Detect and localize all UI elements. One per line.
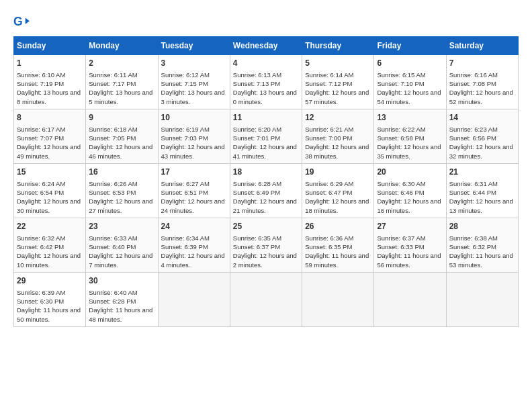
col-header-sunday: Sunday — [14, 37, 86, 55]
sunset-label: Sunset: 7:12 PM — [305, 80, 352, 87]
day-number: 23 — [89, 221, 154, 232]
daylight-label: Daylight: 12 hours and 24 minutes. — [161, 197, 225, 214]
calendar-table: SundayMondayTuesdayWednesdayThursdayFrid… — [13, 36, 519, 327]
calendar-cell: 5Sunrise: 6:14 AMSunset: 7:12 PMDaylight… — [302, 55, 374, 109]
calendar-cell: 4Sunrise: 6:13 AMSunset: 7:13 PMDaylight… — [230, 55, 302, 109]
calendar-cell: 28Sunrise: 6:38 AMSunset: 6:32 PMDayligh… — [446, 218, 518, 272]
header-row: SundayMondayTuesdayWednesdayThursdayFrid… — [14, 37, 519, 55]
sunset-label: Sunset: 6:40 PM — [89, 243, 136, 250]
sunset-label: Sunset: 6:42 PM — [17, 243, 64, 250]
page-header: G — [13, 13, 519, 30]
week-row-2: 8Sunrise: 6:17 AMSunset: 7:07 PMDaylight… — [14, 109, 519, 163]
sunset-label: Sunset: 7:19 PM — [17, 80, 64, 87]
sunset-label: Sunset: 6:58 PM — [377, 134, 424, 142]
daylight-label: Daylight: 12 hours and 35 minutes. — [377, 143, 441, 159]
week-row-3: 15Sunrise: 6:24 AMSunset: 6:54 PMDayligh… — [14, 163, 519, 218]
sunrise-label: Sunrise: 6:19 AM — [161, 126, 210, 133]
day-number: 30 — [89, 275, 154, 287]
sunrise-label: Sunrise: 6:36 AM — [305, 234, 353, 242]
daylight-label: Daylight: 11 hours and 48 minutes. — [89, 306, 152, 322]
col-header-wednesday: Wednesday — [230, 37, 302, 55]
calendar-cell: 20Sunrise: 6:30 AMSunset: 6:46 PMDayligh… — [374, 163, 446, 218]
day-number: 6 — [377, 58, 443, 69]
calendar-cell: 19Sunrise: 6:29 AMSunset: 6:47 PMDayligh… — [302, 163, 374, 218]
calendar-cell: 1Sunrise: 6:10 AMSunset: 7:19 PMDaylight… — [14, 55, 86, 109]
calendar-cell: 26Sunrise: 6:36 AMSunset: 6:35 PMDayligh… — [302, 218, 374, 272]
sunset-label: Sunset: 7:10 PM — [377, 80, 424, 87]
calendar-cell: 3Sunrise: 6:12 AMSunset: 7:15 PMDaylight… — [158, 55, 230, 109]
calendar-cell — [302, 272, 374, 326]
sunrise-label: Sunrise: 6:15 AM — [377, 71, 425, 79]
daylight-label: Daylight: 12 hours and 21 minutes. — [233, 197, 297, 214]
sunset-label: Sunset: 6:32 PM — [449, 243, 496, 250]
sunrise-label: Sunrise: 6:26 AM — [89, 180, 137, 187]
sunrise-label: Sunrise: 6:17 AM — [17, 126, 65, 133]
daylight-label: Daylight: 13 hours and 5 minutes. — [89, 89, 152, 105]
day-number: 21 — [449, 167, 515, 178]
sunrise-label: Sunrise: 6:20 AM — [233, 126, 281, 133]
daylight-label: Daylight: 12 hours and 32 minutes. — [449, 143, 513, 159]
sunset-label: Sunset: 7:13 PM — [233, 80, 280, 87]
sunrise-label: Sunrise: 6:39 AM — [17, 289, 65, 296]
day-number: 26 — [305, 221, 371, 232]
sunset-label: Sunset: 7:15 PM — [161, 80, 208, 87]
day-number: 22 — [17, 221, 83, 232]
calendar-cell: 30Sunrise: 6:40 AMSunset: 6:28 PMDayligh… — [86, 272, 158, 326]
calendar-cell: 13Sunrise: 6:22 AMSunset: 6:58 PMDayligh… — [374, 109, 446, 163]
calendar-cell: 6Sunrise: 6:15 AMSunset: 7:10 PMDaylight… — [374, 55, 446, 109]
calendar-cell: 15Sunrise: 6:24 AMSunset: 6:54 PMDayligh… — [14, 163, 86, 218]
svg-text:G: G — [13, 15, 23, 28]
calendar-cell: 24Sunrise: 6:34 AMSunset: 6:39 PMDayligh… — [158, 218, 230, 272]
daylight-label: Daylight: 12 hours and 16 minutes. — [377, 197, 441, 214]
sunset-label: Sunset: 6:51 PM — [161, 189, 208, 196]
calendar-cell: 12Sunrise: 6:21 AMSunset: 7:00 PMDayligh… — [302, 109, 374, 163]
daylight-label: Daylight: 11 hours and 50 minutes. — [17, 306, 81, 322]
daylight-label: Daylight: 12 hours and 54 minutes. — [377, 89, 441, 105]
calendar-cell: 10Sunrise: 6:19 AMSunset: 7:03 PMDayligh… — [158, 109, 230, 163]
sunrise-label: Sunrise: 6:28 AM — [233, 180, 281, 187]
daylight-label: Daylight: 12 hours and 13 minutes. — [449, 197, 513, 214]
sunrise-label: Sunrise: 6:35 AM — [233, 234, 281, 242]
calendar-cell: 18Sunrise: 6:28 AMSunset: 6:49 PMDayligh… — [230, 163, 302, 218]
daylight-label: Daylight: 12 hours and 27 minutes. — [89, 197, 152, 214]
sunrise-label: Sunrise: 6:40 AM — [89, 289, 137, 296]
day-number: 25 — [233, 221, 299, 232]
day-number: 8 — [17, 112, 83, 124]
sunrise-label: Sunrise: 6:30 AM — [377, 180, 425, 187]
calendar-cell — [158, 272, 230, 326]
logo-icon: G — [13, 13, 30, 30]
daylight-label: Daylight: 12 hours and 52 minutes. — [449, 89, 513, 105]
daylight-label: Daylight: 12 hours and 7 minutes. — [89, 252, 152, 268]
sunset-label: Sunset: 7:03 PM — [161, 134, 208, 142]
sunrise-label: Sunrise: 6:22 AM — [377, 126, 425, 133]
sunset-label: Sunset: 6:56 PM — [449, 134, 496, 142]
sunrise-label: Sunrise: 6:21 AM — [305, 126, 353, 133]
calendar-cell — [230, 272, 302, 326]
week-row-5: 29Sunrise: 6:39 AMSunset: 6:30 PMDayligh… — [14, 272, 519, 326]
sunset-label: Sunset: 7:17 PM — [89, 80, 136, 87]
calendar-cell: 11Sunrise: 6:20 AMSunset: 7:01 PMDayligh… — [230, 109, 302, 163]
day-number: 10 — [161, 112, 227, 124]
calendar-cell: 29Sunrise: 6:39 AMSunset: 6:30 PMDayligh… — [14, 272, 86, 326]
calendar-cell: 25Sunrise: 6:35 AMSunset: 6:37 PMDayligh… — [230, 218, 302, 272]
sunset-label: Sunset: 6:33 PM — [377, 243, 424, 250]
day-number: 14 — [449, 112, 515, 124]
calendar-cell: 23Sunrise: 6:33 AMSunset: 6:40 PMDayligh… — [86, 218, 158, 272]
calendar-cell: 2Sunrise: 6:11 AMSunset: 7:17 PMDaylight… — [86, 55, 158, 109]
sunset-label: Sunset: 7:07 PM — [17, 134, 64, 142]
day-number: 27 — [377, 221, 443, 232]
calendar-cell — [374, 272, 446, 326]
day-number: 7 — [449, 58, 515, 69]
daylight-label: Daylight: 13 hours and 0 minutes. — [233, 89, 297, 105]
logo: G — [13, 13, 32, 30]
day-number: 3 — [161, 58, 227, 69]
daylight-label: Daylight: 12 hours and 49 minutes. — [17, 143, 81, 159]
daylight-label: Daylight: 11 hours and 56 minutes. — [377, 252, 441, 268]
calendar-cell: 22Sunrise: 6:32 AMSunset: 6:42 PMDayligh… — [14, 218, 86, 272]
day-number: 5 — [305, 58, 371, 69]
day-number: 29 — [17, 275, 83, 287]
sunset-label: Sunset: 7:01 PM — [233, 134, 280, 142]
col-header-saturday: Saturday — [446, 37, 518, 55]
daylight-label: Daylight: 12 hours and 43 minutes. — [161, 143, 225, 159]
col-header-thursday: Thursday — [302, 37, 374, 55]
